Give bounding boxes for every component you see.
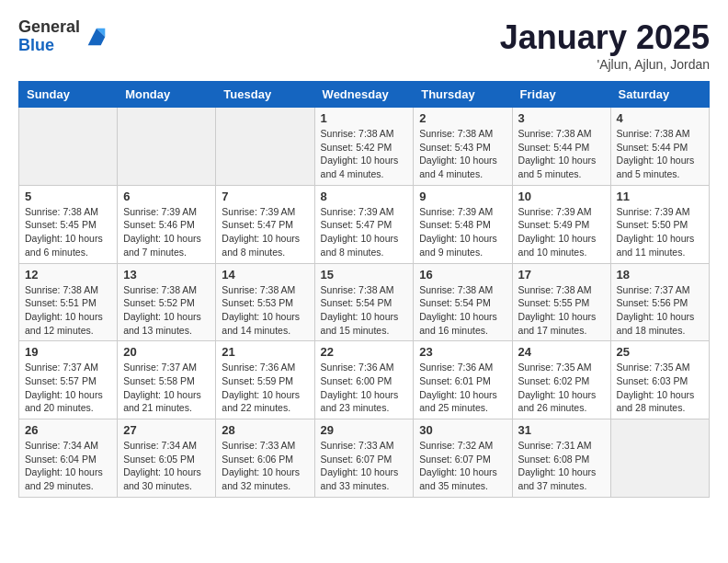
day-number: 14	[222, 268, 308, 282]
day-number: 22	[321, 345, 408, 359]
calendar-cell: 7Sunrise: 7:39 AMSunset: 5:47 PMDaylight…	[216, 185, 314, 263]
day-info: Sunrise: 7:38 AMSunset: 5:44 PMDaylight:…	[518, 127, 605, 181]
day-info: Sunrise: 7:34 AMSunset: 6:05 PMDaylight:…	[123, 439, 210, 493]
calendar-cell: 12Sunrise: 7:38 AMSunset: 5:51 PMDayligh…	[19, 263, 118, 341]
day-number: 26	[25, 423, 111, 437]
day-info: Sunrise: 7:39 AMSunset: 5:50 PMDaylight:…	[617, 205, 703, 259]
day-number: 17	[518, 268, 605, 282]
day-info: Sunrise: 7:37 AMSunset: 5:56 PMDaylight:…	[617, 283, 703, 338]
day-info: Sunrise: 7:38 AMSunset: 5:42 PMDaylight:…	[321, 127, 408, 181]
day-number: 30	[419, 423, 506, 437]
calendar-cell: 17Sunrise: 7:38 AMSunset: 5:55 PMDayligh…	[512, 263, 610, 341]
calendar-week-row: 5Sunrise: 7:38 AMSunset: 5:45 PMDaylight…	[19, 185, 710, 263]
day-info: Sunrise: 7:35 AMSunset: 6:03 PMDaylight:…	[617, 361, 703, 415]
day-number: 16	[419, 268, 506, 282]
calendar-cell: 20Sunrise: 7:37 AMSunset: 5:58 PMDayligh…	[118, 341, 216, 419]
calendar-cell: 13Sunrise: 7:38 AMSunset: 5:52 PMDayligh…	[118, 263, 216, 341]
day-info: Sunrise: 7:38 AMSunset: 5:51 PMDaylight:…	[25, 283, 111, 338]
day-number: 24	[518, 345, 605, 359]
calendar-week-row: 19Sunrise: 7:37 AMSunset: 5:57 PMDayligh…	[19, 341, 710, 419]
day-number: 3	[518, 111, 605, 125]
day-info: Sunrise: 7:38 AMSunset: 5:52 PMDaylight:…	[123, 283, 210, 338]
calendar-week-row: 26Sunrise: 7:34 AMSunset: 6:04 PMDayligh…	[19, 419, 710, 498]
calendar-cell: 18Sunrise: 7:37 AMSunset: 5:56 PMDayligh…	[610, 263, 709, 341]
day-number: 28	[222, 423, 308, 437]
day-number: 29	[321, 423, 408, 437]
day-info: Sunrise: 7:38 AMSunset: 5:55 PMDaylight:…	[518, 283, 605, 338]
logo: General Blue	[18, 18, 109, 55]
weekday-header-friday: Friday	[512, 82, 610, 108]
calendar-cell: 2Sunrise: 7:38 AMSunset: 5:43 PMDaylight…	[414, 108, 512, 186]
day-info: Sunrise: 7:33 AMSunset: 6:07 PMDaylight:…	[321, 439, 408, 493]
day-info: Sunrise: 7:38 AMSunset: 5:54 PMDaylight:…	[419, 283, 506, 338]
day-number: 27	[123, 423, 210, 437]
weekday-header-sunday: Sunday	[19, 82, 118, 108]
weekday-header-thursday: Thursday	[414, 82, 512, 108]
day-number: 8	[321, 190, 408, 203]
location-subtitle: 'Ajlun, Ajlun, Jordan	[500, 57, 710, 72]
day-info: Sunrise: 7:36 AMSunset: 6:00 PMDaylight:…	[321, 361, 408, 415]
day-info: Sunrise: 7:39 AMSunset: 5:47 PMDaylight:…	[222, 205, 308, 259]
calendar-cell: 16Sunrise: 7:38 AMSunset: 5:54 PMDayligh…	[414, 263, 512, 341]
day-number: 19	[25, 345, 111, 359]
calendar-cell: 23Sunrise: 7:36 AMSunset: 6:01 PMDayligh…	[414, 341, 512, 419]
logo-blue-text: Blue	[18, 37, 80, 55]
calendar-cell	[216, 108, 314, 186]
day-number: 4	[617, 111, 703, 125]
day-info: Sunrise: 7:39 AMSunset: 5:48 PMDaylight:…	[419, 205, 506, 259]
day-info: Sunrise: 7:39 AMSunset: 5:47 PMDaylight:…	[321, 205, 408, 259]
calendar-cell: 31Sunrise: 7:31 AMSunset: 6:08 PMDayligh…	[512, 419, 610, 498]
calendar-cell: 27Sunrise: 7:34 AMSunset: 6:05 PMDayligh…	[118, 419, 216, 498]
day-info: Sunrise: 7:36 AMSunset: 5:59 PMDaylight:…	[222, 361, 308, 415]
day-number: 18	[617, 268, 703, 282]
calendar-cell: 15Sunrise: 7:38 AMSunset: 5:54 PMDayligh…	[314, 263, 414, 341]
day-number: 1	[321, 111, 408, 125]
weekday-header-row: SundayMondayTuesdayWednesdayThursdayFrid…	[19, 82, 710, 108]
calendar-cell: 9Sunrise: 7:39 AMSunset: 5:48 PMDaylight…	[414, 185, 512, 263]
day-number: 9	[419, 190, 506, 203]
day-info: Sunrise: 7:38 AMSunset: 5:53 PMDaylight:…	[222, 283, 308, 338]
calendar-cell: 8Sunrise: 7:39 AMSunset: 5:47 PMDaylight…	[314, 185, 414, 263]
day-info: Sunrise: 7:37 AMSunset: 5:58 PMDaylight:…	[123, 361, 210, 415]
logo-general-text: General	[18, 18, 80, 37]
day-info: Sunrise: 7:38 AMSunset: 5:45 PMDaylight:…	[25, 205, 111, 259]
calendar-cell	[118, 108, 216, 186]
calendar-cell: 1Sunrise: 7:38 AMSunset: 5:42 PMDaylight…	[314, 108, 414, 186]
calendar-week-row: 1Sunrise: 7:38 AMSunset: 5:42 PMDaylight…	[19, 108, 710, 186]
calendar-cell: 21Sunrise: 7:36 AMSunset: 5:59 PMDayligh…	[216, 341, 314, 419]
calendar-cell: 6Sunrise: 7:39 AMSunset: 5:46 PMDaylight…	[118, 185, 216, 263]
calendar-cell: 14Sunrise: 7:38 AMSunset: 5:53 PMDayligh…	[216, 263, 314, 341]
day-number: 20	[123, 345, 210, 359]
day-info: Sunrise: 7:38 AMSunset: 5:54 PMDaylight:…	[321, 283, 408, 338]
calendar-cell	[19, 108, 118, 186]
day-number: 31	[518, 423, 605, 437]
day-number: 23	[419, 345, 506, 359]
calendar-cell: 3Sunrise: 7:38 AMSunset: 5:44 PMDaylight…	[512, 108, 610, 186]
day-info: Sunrise: 7:35 AMSunset: 6:02 PMDaylight:…	[518, 361, 605, 415]
day-number: 2	[419, 111, 506, 125]
day-number: 21	[222, 345, 308, 359]
day-info: Sunrise: 7:31 AMSunset: 6:08 PMDaylight:…	[518, 439, 605, 493]
day-number: 11	[617, 190, 703, 203]
weekday-header-saturday: Saturday	[610, 82, 709, 108]
day-number: 6	[123, 190, 210, 203]
day-number: 5	[25, 190, 111, 203]
calendar-cell: 24Sunrise: 7:35 AMSunset: 6:02 PMDayligh…	[512, 341, 610, 419]
day-info: Sunrise: 7:39 AMSunset: 5:49 PMDaylight:…	[518, 205, 605, 259]
calendar-cell: 29Sunrise: 7:33 AMSunset: 6:07 PMDayligh…	[314, 419, 414, 498]
calendar-cell: 28Sunrise: 7:33 AMSunset: 6:06 PMDayligh…	[216, 419, 314, 498]
day-info: Sunrise: 7:38 AMSunset: 5:44 PMDaylight:…	[617, 127, 703, 181]
day-number: 25	[617, 345, 703, 359]
title-area: January 2025 'Ajlun, Ajlun, Jordan	[500, 18, 710, 72]
day-info: Sunrise: 7:36 AMSunset: 6:01 PMDaylight:…	[419, 361, 506, 415]
day-number: 10	[518, 190, 605, 203]
day-number: 12	[25, 268, 111, 282]
day-info: Sunrise: 7:34 AMSunset: 6:04 PMDaylight:…	[25, 439, 111, 493]
calendar-week-row: 12Sunrise: 7:38 AMSunset: 5:51 PMDayligh…	[19, 263, 710, 341]
day-number: 15	[321, 268, 408, 282]
day-number: 7	[222, 190, 308, 203]
calendar-cell: 22Sunrise: 7:36 AMSunset: 6:00 PMDayligh…	[314, 341, 414, 419]
day-info: Sunrise: 7:33 AMSunset: 6:06 PMDaylight:…	[222, 439, 308, 493]
day-number: 13	[123, 268, 210, 282]
page-header: General Blue January 2025 'Ajlun, Ajlun,…	[18, 18, 710, 72]
